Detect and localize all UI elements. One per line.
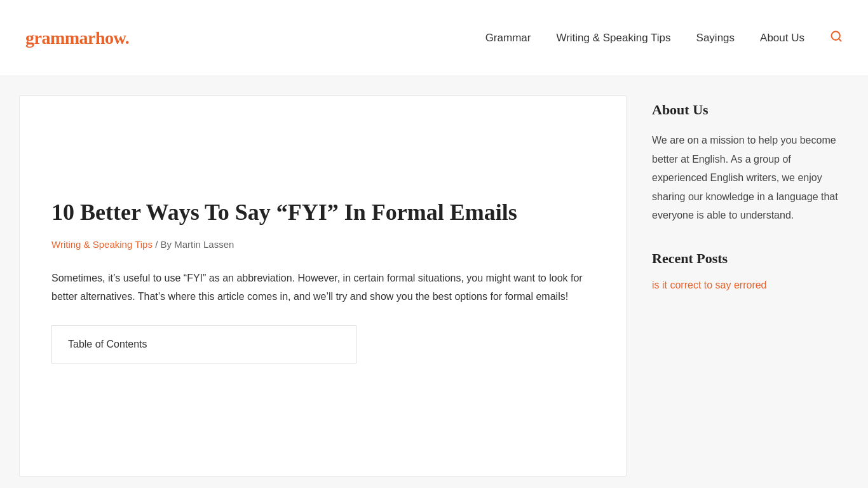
nav-sayings[interactable]: Sayings xyxy=(696,32,735,44)
sidebar: About Us We are on a mission to help you… xyxy=(652,95,849,319)
about-us-heading: About Us xyxy=(652,102,849,118)
nav-about[interactable]: About Us xyxy=(760,32,804,44)
main-container: 10 Better Ways To Say “FYI” In Formal Em… xyxy=(0,76,868,488)
article-title: 10 Better Ways To Say “FYI” In Formal Em… xyxy=(51,198,594,227)
recent-post-link-1[interactable]: is it correct to say errored xyxy=(652,280,767,290)
recent-posts-heading: Recent Posts xyxy=(652,250,849,267)
site-logo[interactable]: grammarhow. xyxy=(25,28,129,48)
svg-line-1 xyxy=(839,39,841,41)
site-header: grammarhow. Grammar Writing & Speaking T… xyxy=(0,0,868,76)
article-author: Martin Lassen xyxy=(174,239,234,250)
search-icon[interactable] xyxy=(830,30,843,46)
logo-text: grammarhow xyxy=(25,28,125,48)
article-meta: Writing & Speaking Tips / By Martin Lass… xyxy=(51,239,594,250)
article-category[interactable]: Writing & Speaking Tips xyxy=(51,239,153,250)
article-meta-separator: / By xyxy=(155,239,174,250)
logo-dot: . xyxy=(125,28,130,48)
nav-grammar[interactable]: Grammar xyxy=(485,32,531,44)
about-us-body: We are on a mission to help you become b… xyxy=(652,131,849,225)
article-area: 10 Better Ways To Say “FYI” In Formal Em… xyxy=(19,95,627,477)
about-us-section: About Us We are on a mission to help you… xyxy=(652,102,849,225)
toc-title: Table of Contents xyxy=(68,339,147,349)
main-nav: Grammar Writing & Speaking Tips Sayings … xyxy=(485,30,843,46)
recent-posts-section: Recent Posts is it correct to say errore… xyxy=(652,250,849,294)
article-intro: Sometimes, it’s useful to use “FYI” as a… xyxy=(51,269,594,306)
nav-writing-speaking[interactable]: Writing & Speaking Tips xyxy=(556,32,670,44)
table-of-contents-box: Table of Contents xyxy=(51,325,356,363)
